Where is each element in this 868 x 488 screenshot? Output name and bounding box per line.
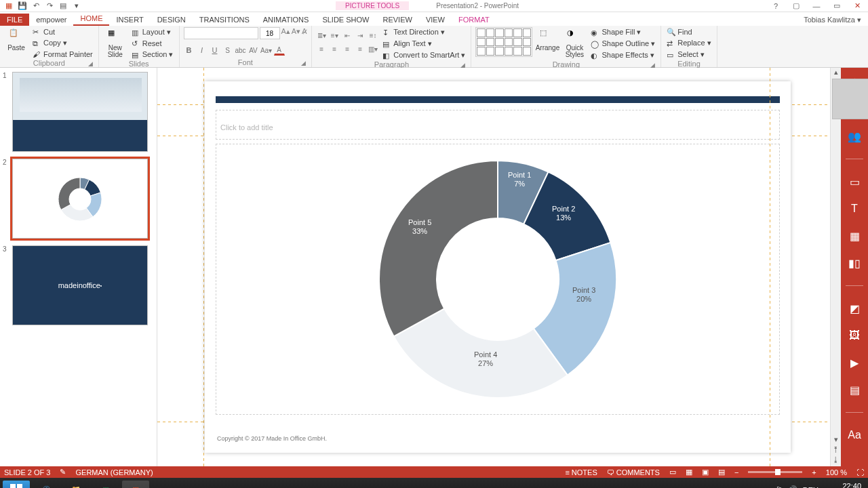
prev-slide-icon[interactable]: ⭱ [831,445,841,456]
tab-review[interactable]: REVIEW [376,14,418,26]
tab-animations[interactable]: ANIMATIONS [256,14,316,26]
shape-fill-button[interactable]: ◉Shape Fill ▾ [589,27,656,37]
reset-button[interactable]: ↺Reset [130,39,175,48]
convert-smartart-button[interactable]: ◧Convert to SmartArt ▾ [381,50,467,60]
line-spacing-icon[interactable]: ≡↕ [368,30,378,41]
slide-thumb-2[interactable] [12,159,148,239]
font-color-icon[interactable]: A [274,45,285,56]
tab-transitions[interactable]: TRANSITIONS [193,14,256,26]
ribbon-display-options-icon[interactable]: ▢ [789,1,803,10]
format-painter-button[interactable]: 🖌Format Painter [31,49,94,59]
clear-formatting-icon[interactable]: A̷ [302,27,307,39]
tray-lang[interactable]: DEU [803,486,818,489]
align-center-icon[interactable]: ≡ [329,43,340,54]
slide-thumbnails-panel[interactable]: 1 2 3 madeinoffice▪ [0,68,157,466]
qat-customize-icon[interactable]: ▾ [72,1,81,11]
new-slide-button[interactable]: ▦ New Slide [103,27,127,58]
rail-text-icon[interactable]: T [847,201,862,216]
tab-insert[interactable]: INSERT [109,14,150,26]
zoom-out-icon[interactable]: − [734,468,738,476]
scrollbar-thumb[interactable] [832,79,868,119]
increase-indent-icon[interactable]: ⇥ [355,30,366,41]
justify-icon[interactable]: ≡ [355,43,366,54]
undo-icon[interactable]: ↶ [31,1,41,11]
underline-icon[interactable]: U [210,45,220,56]
reading-view-icon[interactable]: ▣ [702,468,709,476]
bold-icon[interactable]: B [184,45,195,56]
tab-empower[interactable]: empower [29,14,73,26]
redo-icon[interactable]: ↷ [45,1,54,11]
fit-to-window-icon[interactable]: ⛶ [856,468,864,476]
strikethrough-icon[interactable]: abc [235,45,246,56]
rail-image-icon[interactable]: 🖼 [847,328,862,343]
rail-people-icon[interactable]: 👥 [847,129,862,144]
vertical-scrollbar[interactable]: ▴ ▾ ⭱ ⭳ [830,68,841,466]
align-right-icon[interactable]: ≡ [342,43,353,54]
font-family-combo[interactable] [184,27,258,39]
shape-effects-button[interactable]: ◐Shape Effects ▾ [589,50,656,60]
shrink-font-icon[interactable]: A▾ [292,27,300,39]
clipboard-dialog-launcher-icon[interactable]: ◢ [88,60,93,67]
language-indicator[interactable]: GERMAN (GERMANY) [75,468,153,476]
notes-button[interactable]: ≡ NOTES [565,468,597,476]
find-button[interactable]: 🔍Find [665,27,712,37]
copy-button[interactable]: ⧉Copy ▾ [31,38,94,48]
quick-styles-button[interactable]: ◑Quick Styles [562,27,587,58]
layout-button[interactable]: ▥Layout ▾ [130,27,175,37]
close-button[interactable]: ✕ [850,1,864,10]
italic-icon[interactable]: I [197,45,208,56]
tab-home[interactable]: HOME [73,12,109,26]
slide-thumb-1[interactable] [12,72,148,152]
zoom-in-icon[interactable]: + [812,468,816,476]
tab-view[interactable]: VIEW [419,14,452,26]
taskbar-ie-icon[interactable]: ⓔ [33,481,60,489]
comments-button[interactable]: 🗨 COMMENTS [607,468,660,476]
shape-outline-button[interactable]: ◯Shape Outline ▾ [589,39,656,49]
text-direction-button[interactable]: ↧Text Direction ▾ [381,27,467,37]
tab-format[interactable]: FORMAT [452,14,496,26]
char-spacing-icon[interactable]: AV [248,45,259,56]
help-icon[interactable]: ? [769,2,783,10]
rail-video-icon[interactable]: ▶ [847,355,862,370]
tab-design[interactable]: DESIGN [151,14,193,26]
tray-action-center-icon[interactable]: ⚐ [776,485,783,488]
tray-time[interactable]: 22:40 [824,483,861,489]
tab-slideshow[interactable]: SLIDE SHOW [315,14,376,26]
start-button[interactable] [3,481,30,489]
replace-button[interactable]: ⇄Replace ▾ [665,38,712,48]
rail-table-icon[interactable]: ▦ [847,228,862,243]
scroll-down-icon[interactable]: ▾ [831,435,841,446]
taskbar-powerpoint-icon[interactable]: ▦ [122,481,149,489]
font-dialog-launcher-icon[interactable]: ◢ [301,60,306,66]
paste-button[interactable]: 📋 Paste [4,27,28,52]
change-case-icon[interactable]: Aa▾ [261,45,272,56]
decrease-indent-icon[interactable]: ⇤ [342,30,353,41]
slide-canvas[interactable]: Click to add title Point 17%Point 213%Po… [205,81,791,453]
tray-chevron-icon[interactable]: ▴ [766,485,770,488]
tab-file[interactable]: FILE [0,14,29,26]
save-icon[interactable]: 💾 [18,1,27,11]
slideshow-view-icon[interactable]: ▤ [718,468,725,476]
slide-editing-area[interactable]: Click to add title Point 17%Point 213%Po… [157,68,830,466]
select-button[interactable]: ▭Select ▾ [665,49,712,60]
spellcheck-icon[interactable]: ✎ [60,468,66,476]
align-text-button[interactable]: ▤Align Text ▾ [381,39,467,49]
tray-volume-icon[interactable]: 🔊 [788,485,797,488]
scroll-up-icon[interactable]: ▴ [831,68,841,79]
minimize-button[interactable]: — [810,2,823,10]
rail-slides-icon[interactable]: ▭ [847,174,862,189]
shadow-icon[interactable]: S [222,45,233,56]
shapes-gallery[interactable] [475,27,532,57]
align-left-icon[interactable]: ≡ [316,43,327,54]
next-slide-icon[interactable]: ⭳ [831,455,841,466]
numbering-icon[interactable]: ≡▾ [329,30,340,41]
slide-thumb-3[interactable]: madeinoffice▪ [12,245,148,325]
section-button[interactable]: ▤Section ▾ [130,49,175,60]
zoom-percent[interactable]: 100 % [826,468,847,476]
title-placeholder[interactable]: Click to add title [216,110,780,140]
taskbar-explorer-icon[interactable]: 📁 [62,481,90,489]
rail-chart-icon[interactable]: ▮▯ [847,256,862,270]
chart-placeholder[interactable]: Point 17%Point 213%Point 320%Point 427%P… [216,144,780,415]
cut-button[interactable]: ✂Cut [31,27,94,37]
bullets-icon[interactable]: ≣▾ [316,30,327,41]
